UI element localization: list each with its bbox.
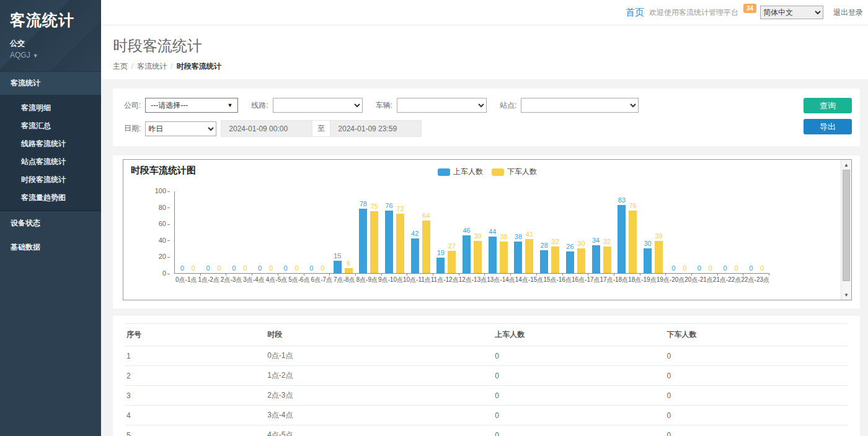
station-select[interactable] <box>521 98 639 113</box>
x-axis-label: 10点-11点 <box>403 277 431 283</box>
sidebar-item-0-4[interactable]: 时段客流统计 <box>0 171 101 189</box>
sidebar-item-0-5[interactable]: 客流量趋势图 <box>0 189 101 207</box>
chart-title: 时段车流统计图 <box>131 165 196 177</box>
x-axis-label: 9点-10点 <box>378 277 403 283</box>
x-axis-label: 18点-19点 <box>628 277 657 283</box>
brand-area: 客流统计 公交 AQGJ▼ <box>0 0 101 71</box>
scrollbar-thumb[interactable] <box>843 170 850 281</box>
x-axis-label: 15点-16点 <box>543 277 572 283</box>
breadcrumb-item-0[interactable]: 主页 <box>113 62 128 71</box>
sidebar-item-0-2[interactable]: 线路客流统计 <box>0 135 101 153</box>
line-select[interactable] <box>273 98 363 113</box>
x-tick <box>201 273 227 276</box>
bar-group-8: 7672 <box>382 191 408 273</box>
bar-column: 78 <box>359 191 367 273</box>
bar-column: 0 <box>241 191 249 273</box>
breadcrumb-item-2: 时段客流统计 <box>177 62 221 71</box>
x-tick <box>588 273 614 276</box>
bar-column: 0 <box>204 191 212 273</box>
bar-group-9: 4264 <box>407 191 433 273</box>
bar-column: 0 <box>230 191 238 273</box>
x-tick <box>640 273 666 276</box>
sidebar-item-0-0[interactable]: 客流明细 <box>0 99 101 117</box>
x-tick <box>666 273 692 276</box>
bar <box>514 242 522 273</box>
chart-box: 时段车流统计图 上车人数下车人数 02040608010000000000000… <box>123 159 852 300</box>
language-select[interactable]: 简体中文 <box>760 6 823 19</box>
logout-link[interactable]: 退出登录 <box>833 7 863 18</box>
bar-value-label: 38 <box>515 233 522 240</box>
x-axis-label: 21点-22点 <box>713 277 742 283</box>
notification-badge[interactable]: 34 <box>743 4 756 13</box>
breadcrumb-item-1[interactable]: 客流统计 <box>137 62 167 71</box>
breadcrumb-separator: / <box>131 62 133 71</box>
home-link[interactable]: 首页 <box>626 7 644 19</box>
table-cell-4-1: 4点-5点 <box>266 425 494 436</box>
bar-value-label: 0 <box>749 265 753 272</box>
export-button[interactable]: 导出 <box>804 119 852 134</box>
sidebar-group-1[interactable]: 设备状态 <box>0 211 101 235</box>
bar <box>474 241 482 273</box>
vehicle-select[interactable] <box>397 98 487 113</box>
bar <box>644 248 652 273</box>
table-cell-4-3: 0 <box>665 425 848 436</box>
sidebar-group-0[interactable]: 客流统计 <box>0 71 101 95</box>
date-preset-select[interactable]: 昨日 <box>145 121 216 136</box>
bar-group-11: 4639 <box>459 191 485 273</box>
bar <box>385 211 393 273</box>
scrollbar-track[interactable] <box>841 170 851 290</box>
bar-column: 42 <box>411 191 419 273</box>
bar-groups: 0000000000001567875767242641927463944383… <box>175 191 769 273</box>
date-from-input[interactable]: 2024-01-09 00:00 <box>221 120 312 137</box>
company-select[interactable]: ---请选择--- ▼ <box>145 98 238 113</box>
x-tick <box>226 273 252 276</box>
bar-column: 0 <box>747 191 755 273</box>
table-cell-1-2: 0 <box>494 366 665 386</box>
bar-value-label: 39 <box>655 233 662 240</box>
page-title: 时段客流统计 <box>113 36 868 56</box>
scroll-down-icon[interactable]: ▼ <box>841 290 851 300</box>
table-cell-3-0: 4 <box>125 406 266 425</box>
bar-value-label: 15 <box>334 253 341 259</box>
sidebar: 客流统计 公交 AQGJ▼ 客流统计客流明细客流汇总线路客流统计站点客流统计时段… <box>0 0 101 436</box>
x-axis-label: 11点-12点 <box>431 277 459 283</box>
table-cell-0-2: 0 <box>494 346 665 366</box>
bar-value-label: 75 <box>371 203 378 210</box>
x-axis-label: 4点-5点 <box>265 277 288 283</box>
page-heading: 时段客流统计 主页/客流统计/时段客流统计 <box>101 25 868 79</box>
table-cell-1-0: 2 <box>125 366 266 386</box>
bar-value-label: 0 <box>284 265 288 272</box>
bar <box>655 241 663 273</box>
x-axis-label: 0点-1点 <box>175 277 197 283</box>
company-label: 公司: <box>124 100 141 111</box>
station-label: 站点: <box>500 100 516 111</box>
search-button[interactable]: 查询 <box>804 98 852 113</box>
sidebar-item-0-3[interactable]: 站点客流统计 <box>0 153 101 171</box>
filter-panel: 公司: ---请选择--- ▼ 线路: 车辆: 站点: <box>113 89 860 146</box>
x-axis-label: 7点-8点 <box>333 277 355 283</box>
date-to-input[interactable]: 2024-01-09 23:59 <box>330 120 422 137</box>
table-cell-2-3: 0 <box>665 386 848 406</box>
legend-entry-1: 下车人数 <box>492 167 537 177</box>
filter-row-1: 公司: ---请选择--- ▼ 线路: 车辆: 站点: <box>124 98 796 113</box>
table-header-0: 序号 <box>125 324 266 346</box>
app-root: 客流统计 公交 AQGJ▼ 客流统计客流明细客流汇总线路客流统计站点客流统计时段… <box>0 0 868 436</box>
table-cell-3-2: 0 <box>494 406 665 425</box>
bar <box>396 214 404 273</box>
sidebar-group-2[interactable]: 基础数据 <box>0 235 101 259</box>
org-code-dropdown[interactable]: AQGJ▼ <box>10 51 91 59</box>
x-axis-label: 16点-17点 <box>572 277 600 283</box>
x-tick <box>304 273 330 276</box>
sidebar-item-0-1[interactable]: 客流汇总 <box>0 117 101 135</box>
bar-column: 0 <box>319 191 327 273</box>
bar <box>618 205 626 273</box>
table-row: 54点-5点00 <box>125 425 848 436</box>
chart-vertical-scrollbar[interactable]: ▲ ▼ <box>841 160 851 300</box>
bar-value-label: 26 <box>566 243 574 250</box>
company-select-value: ---请选择--- <box>151 100 188 111</box>
scroll-up-icon[interactable]: ▲ <box>841 160 851 170</box>
bar-column: 76 <box>629 191 637 273</box>
x-axis-label: 6点-7点 <box>311 277 333 283</box>
bar-group-21: 00 <box>718 191 744 273</box>
bar-column: 39 <box>655 191 663 273</box>
